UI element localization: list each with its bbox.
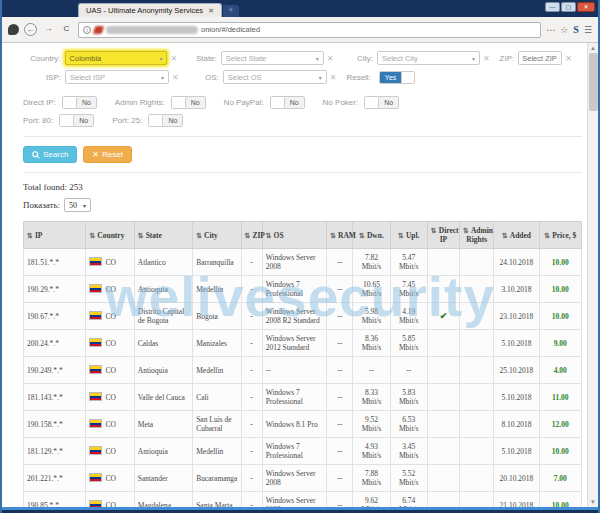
state-clear-icon[interactable]: ✕	[327, 54, 334, 63]
os-select[interactable]: Select OS ▾	[223, 70, 327, 84]
column-header-label: City	[204, 231, 218, 240]
cell-zip: -	[241, 276, 262, 303]
url-bar[interactable]: i onion/#/dedicated	[78, 22, 541, 38]
cell-up: 4.19 Mbit/s	[390, 303, 427, 330]
cell-city: Bogota	[193, 303, 241, 330]
attribute-toggle[interactable]: No	[364, 96, 399, 109]
show-label: Показать:	[23, 200, 60, 210]
column-header-zip[interactable]: ⇅ZIP	[241, 222, 262, 249]
results-table-body: 181.51.*.*COAtlanticoBarranquilla-Window…	[24, 249, 582, 511]
isp-select[interactable]: Select ISP ▾	[65, 70, 169, 84]
site-info-icon[interactable]: i	[83, 26, 91, 34]
cell-down: --	[353, 357, 390, 384]
column-header-direct-ip[interactable]: ⇅Direct IP	[427, 222, 459, 249]
cell-admin_rights	[460, 330, 494, 357]
chevron-down-icon: ▾	[319, 74, 322, 81]
cell-ram: --	[327, 276, 353, 303]
port-toggle[interactable]: No	[148, 114, 183, 127]
cell-admin_rights	[460, 249, 494, 276]
divider	[23, 172, 582, 173]
menu-icon[interactable]: ☰	[584, 25, 592, 35]
os-clear-icon[interactable]: ✕	[330, 73, 337, 82]
cell-ram: --	[327, 384, 353, 411]
scroll-down-arrow[interactable]: ▼	[588, 497, 598, 507]
scrollbar-thumb[interactable]	[589, 53, 598, 111]
column-header-ram[interactable]: ⇅RAM	[327, 222, 353, 249]
country-clear-icon[interactable]: ✕	[170, 54, 177, 63]
cell-added: 21.10.2018	[494, 492, 539, 511]
reload-button[interactable]: C	[60, 23, 73, 36]
cell-up: 6.53 Mbit/s	[390, 411, 427, 438]
maximize-button[interactable]: ▢	[561, 2, 576, 12]
new-tab-button[interactable]: +	[223, 5, 239, 17]
search-button-label: Search	[43, 150, 68, 159]
sort-icon: ⇅	[359, 232, 365, 240]
column-header-label: Upl.	[406, 231, 420, 240]
attribute-toggle[interactable]: No	[270, 96, 305, 109]
forward-button[interactable]: →	[42, 23, 55, 36]
attribute-toggle[interactable]: No	[171, 96, 206, 109]
country-select[interactable]: Colombia ▾	[65, 51, 168, 65]
column-header-ip[interactable]: ⇅IP	[24, 222, 86, 249]
cell-city: Medellin	[193, 276, 241, 303]
column-header-upl[interactable]: ⇅Upl.	[390, 222, 427, 249]
tab-title: UAS - Ultimate Anonymity Services	[86, 6, 203, 15]
cell-state: Distrito Capital de Bogota	[134, 303, 192, 330]
city-select[interactable]: Select City ▾	[377, 51, 480, 65]
minimize-button[interactable]: —	[545, 2, 560, 12]
isp-clear-icon[interactable]: ✕	[172, 73, 179, 82]
page-size-select[interactable]: 50 ▾	[64, 198, 91, 212]
zip-input[interactable]	[518, 51, 562, 65]
resell-toggle[interactable]: Yes	[379, 71, 415, 84]
cell-admin_rights	[460, 303, 494, 330]
column-header-state[interactable]: ⇅State	[134, 222, 192, 249]
zip-clear-icon[interactable]: ✕	[565, 54, 572, 63]
column-header-added[interactable]: ⇅Added	[494, 222, 539, 249]
browser-tab[interactable]: UAS - Ultimate Anonymity Services ✕	[78, 3, 222, 17]
search-button[interactable]: Search	[23, 146, 77, 163]
cell-ip: 190.158.*.*	[24, 411, 86, 438]
reset-button[interactable]: ✕ Reset	[83, 146, 132, 163]
noscript-extension-icon[interactable]: S	[573, 24, 579, 35]
sort-icon: ⇅	[330, 232, 336, 240]
scrollbar[interactable]: ▲ ▼	[587, 43, 598, 507]
cell-down: 9.52 Mbit/s	[353, 411, 390, 438]
bookmark-star-icon[interactable]: ☆	[560, 25, 568, 35]
column-header-dwn[interactable]: ⇅Dwn.	[353, 222, 390, 249]
cell-zip: -	[241, 249, 262, 276]
table-row: 190.158.*.*COMetaSan Luis de Cubarral-Wi…	[24, 411, 582, 438]
close-button[interactable]: ✕	[577, 2, 595, 12]
back-button[interactable]: ←	[24, 23, 37, 36]
cell-direct_ip	[427, 438, 459, 465]
page-content: Country: Colombia ▾ ✕ State: Select Stat…	[2, 43, 598, 510]
attribute-label: Direct IP:	[23, 98, 56, 107]
city-clear-icon[interactable]: ✕	[483, 54, 490, 63]
state-select[interactable]: Select State ▾	[221, 51, 324, 65]
cell-down: 8.36 Mbit/s	[353, 330, 390, 357]
cell-state: Antioquia	[134, 276, 192, 303]
page-size-value: 50	[69, 201, 77, 210]
column-header-label: Added	[510, 231, 531, 240]
column-header-city[interactable]: ⇅City	[193, 222, 241, 249]
cell-country: CO	[86, 492, 134, 511]
scroll-up-arrow[interactable]: ▲	[588, 43, 598, 53]
cell-down: 4.93 Mbit/s	[353, 438, 390, 465]
os-select-value: Select OS	[228, 73, 262, 82]
chevron-down-icon: ▾	[316, 55, 319, 62]
column-header-country[interactable]: ⇅Country	[86, 222, 134, 249]
column-header-os[interactable]: ⇅OS	[262, 222, 326, 249]
cell-country: CO	[86, 249, 134, 276]
column-header-admin-rights[interactable]: ⇅Admin Rights	[460, 222, 494, 249]
tab-close-icon[interactable]: ✕	[208, 7, 214, 15]
cell-country: CO	[86, 438, 134, 465]
colombia-flag-icon	[89, 419, 102, 428]
cell-down: 7.82 Mbit/s	[353, 249, 390, 276]
column-header-price[interactable]: ⇅Price, $	[539, 222, 581, 249]
attribute-toggle[interactable]: No	[62, 96, 97, 109]
cell-admin_rights	[460, 492, 494, 511]
port-toggle[interactable]: No	[59, 114, 94, 127]
isp-label: ISP:	[23, 73, 61, 82]
cell-zip: -	[241, 438, 262, 465]
page-actions-icon[interactable]: ⋯	[546, 25, 555, 35]
cell-up: 3.45 Mbit/s	[390, 438, 427, 465]
